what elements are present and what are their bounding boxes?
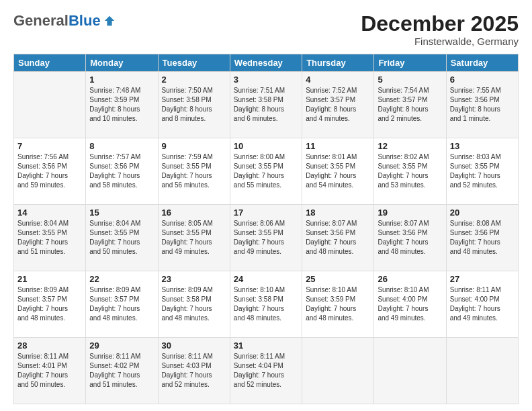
day-number: 6 <box>450 75 515 85</box>
cell-content: Sunrise: 8:11 AM Sunset: 4:01 PM Dayligh… <box>17 352 82 390</box>
cell-content: Sunrise: 8:09 AM Sunset: 3:57 PM Dayligh… <box>89 285 154 323</box>
cell-content: Sunrise: 7:50 AM Sunset: 3:58 PM Dayligh… <box>162 86 226 124</box>
day-number: 12 <box>378 141 442 151</box>
calendar-week-row: 21Sunrise: 8:09 AM Sunset: 3:57 PM Dayli… <box>14 271 519 338</box>
weekday-header: Thursday <box>302 54 374 72</box>
cell-content: Sunrise: 8:10 AM Sunset: 3:58 PM Dayligh… <box>234 285 298 323</box>
calendar-cell: 16Sunrise: 8:05 AM Sunset: 3:55 PM Dayli… <box>158 205 230 271</box>
weekday-header: Sunday <box>14 54 86 72</box>
day-number: 17 <box>234 208 298 218</box>
day-number: 19 <box>378 208 442 218</box>
cell-content: Sunrise: 7:54 AM Sunset: 3:57 PM Dayligh… <box>378 86 442 124</box>
weekday-header: Tuesday <box>158 54 230 72</box>
calendar-week-row: 28Sunrise: 8:11 AM Sunset: 4:01 PM Dayli… <box>14 338 519 404</box>
day-number: 29 <box>89 340 154 351</box>
calendar-cell: 2Sunrise: 7:50 AM Sunset: 3:58 PM Daylig… <box>158 72 230 138</box>
calendar-cell: 24Sunrise: 8:10 AM Sunset: 3:58 PM Dayli… <box>230 271 302 338</box>
day-number: 30 <box>162 340 226 351</box>
calendar-cell: 10Sunrise: 8:00 AM Sunset: 3:55 PM Dayli… <box>230 138 302 205</box>
day-number: 14 <box>17 208 82 218</box>
cell-content: Sunrise: 8:11 AM Sunset: 4:04 PM Dayligh… <box>234 352 298 390</box>
calendar-cell: 5Sunrise: 7:54 AM Sunset: 3:57 PM Daylig… <box>374 72 446 138</box>
cell-content: Sunrise: 7:56 AM Sunset: 3:56 PM Dayligh… <box>17 152 82 190</box>
cell-content: Sunrise: 7:59 AM Sunset: 3:55 PM Dayligh… <box>162 152 226 190</box>
calendar-cell <box>302 338 374 404</box>
calendar-cell: 31Sunrise: 8:11 AM Sunset: 4:04 PM Dayli… <box>230 338 302 404</box>
day-number: 2 <box>162 75 226 85</box>
cell-content: Sunrise: 8:01 AM Sunset: 3:55 PM Dayligh… <box>306 152 370 190</box>
calendar-cell: 17Sunrise: 8:06 AM Sunset: 3:55 PM Dayli… <box>230 205 302 271</box>
day-number: 13 <box>450 141 515 151</box>
calendar-cell: 30Sunrise: 8:11 AM Sunset: 4:03 PM Dayli… <box>158 338 230 404</box>
calendar-cell: 22Sunrise: 8:09 AM Sunset: 3:57 PM Dayli… <box>86 271 158 338</box>
title-block: December 2025 Finsterwalde, Germany <box>361 12 519 47</box>
weekday-header-row: SundayMondayTuesdayWednesdayThursdayFrid… <box>14 54 519 72</box>
calendar-cell: 11Sunrise: 8:01 AM Sunset: 3:55 PM Dayli… <box>302 138 374 205</box>
cell-content: Sunrise: 8:03 AM Sunset: 3:55 PM Dayligh… <box>450 152 515 190</box>
day-number: 24 <box>234 274 298 284</box>
day-number: 4 <box>306 75 370 85</box>
svg-marker-0 <box>104 16 114 26</box>
logo-icon <box>103 15 116 27</box>
calendar-cell: 21Sunrise: 8:09 AM Sunset: 3:57 PM Dayli… <box>14 271 86 338</box>
cell-content: Sunrise: 8:09 AM Sunset: 3:57 PM Dayligh… <box>17 285 82 323</box>
weekday-header: Monday <box>86 54 158 72</box>
calendar-cell: 20Sunrise: 8:08 AM Sunset: 3:56 PM Dayli… <box>446 205 518 271</box>
day-number: 9 <box>162 141 226 151</box>
day-number: 25 <box>306 274 370 284</box>
calendar-week-row: 1Sunrise: 7:48 AM Sunset: 3:59 PM Daylig… <box>14 72 519 138</box>
day-number: 21 <box>17 274 82 284</box>
weekday-header: Friday <box>374 54 446 72</box>
day-number: 16 <box>162 208 226 218</box>
cell-content: Sunrise: 8:00 AM Sunset: 3:55 PM Dayligh… <box>234 152 298 190</box>
cell-content: Sunrise: 8:10 AM Sunset: 4:00 PM Dayligh… <box>378 285 442 323</box>
calendar-cell: 28Sunrise: 8:11 AM Sunset: 4:01 PM Dayli… <box>14 338 86 404</box>
month-title: December 2025 <box>361 12 519 36</box>
day-number: 22 <box>89 274 154 284</box>
weekday-header: Wednesday <box>230 54 302 72</box>
day-number: 11 <box>306 141 370 151</box>
cell-content: Sunrise: 8:02 AM Sunset: 3:55 PM Dayligh… <box>378 152 442 190</box>
calendar-cell: 1Sunrise: 7:48 AM Sunset: 3:59 PM Daylig… <box>86 72 158 138</box>
day-number: 8 <box>89 141 154 151</box>
day-number: 3 <box>234 75 298 85</box>
calendar-cell: 13Sunrise: 8:03 AM Sunset: 3:55 PM Dayli… <box>446 138 518 205</box>
cell-content: Sunrise: 8:11 AM Sunset: 4:00 PM Dayligh… <box>450 285 515 323</box>
cell-content: Sunrise: 8:07 AM Sunset: 3:56 PM Dayligh… <box>378 219 442 257</box>
calendar-cell: 4Sunrise: 7:52 AM Sunset: 3:57 PM Daylig… <box>302 72 374 138</box>
cell-content: Sunrise: 8:08 AM Sunset: 3:56 PM Dayligh… <box>450 219 515 257</box>
calendar-cell <box>374 338 446 404</box>
calendar-cell: 25Sunrise: 8:10 AM Sunset: 3:59 PM Dayli… <box>302 271 374 338</box>
calendar-cell: 19Sunrise: 8:07 AM Sunset: 3:56 PM Dayli… <box>374 205 446 271</box>
cell-content: Sunrise: 7:57 AM Sunset: 3:56 PM Dayligh… <box>89 152 154 190</box>
calendar-cell: 14Sunrise: 8:04 AM Sunset: 3:55 PM Dayli… <box>14 205 86 271</box>
cell-content: Sunrise: 8:07 AM Sunset: 3:56 PM Dayligh… <box>306 219 370 257</box>
day-number: 18 <box>306 208 370 218</box>
cell-content: Sunrise: 8:09 AM Sunset: 3:58 PM Dayligh… <box>162 285 226 323</box>
day-number: 7 <box>17 141 82 151</box>
day-number: 28 <box>17 340 82 351</box>
page-header: GeneralBlue December 2025 Finsterwalde, … <box>13 12 519 47</box>
cell-content: Sunrise: 7:55 AM Sunset: 3:56 PM Dayligh… <box>450 86 515 124</box>
day-number: 5 <box>378 75 442 85</box>
day-number: 26 <box>378 274 442 284</box>
calendar-cell: 15Sunrise: 8:04 AM Sunset: 3:55 PM Dayli… <box>86 205 158 271</box>
cell-content: Sunrise: 8:04 AM Sunset: 3:55 PM Dayligh… <box>17 219 82 257</box>
calendar-cell: 7Sunrise: 7:56 AM Sunset: 3:56 PM Daylig… <box>14 138 86 205</box>
day-number: 23 <box>162 274 226 284</box>
calendar-week-row: 14Sunrise: 8:04 AM Sunset: 3:55 PM Dayli… <box>14 205 519 271</box>
day-number: 1 <box>89 75 154 85</box>
day-number: 27 <box>450 274 515 284</box>
calendar-cell: 29Sunrise: 8:11 AM Sunset: 4:02 PM Dayli… <box>86 338 158 404</box>
cell-content: Sunrise: 7:48 AM Sunset: 3:59 PM Dayligh… <box>89 86 154 124</box>
logo: GeneralBlue <box>13 12 116 30</box>
calendar-cell: 6Sunrise: 7:55 AM Sunset: 3:56 PM Daylig… <box>446 72 518 138</box>
calendar-table: SundayMondayTuesdayWednesdayThursdayFrid… <box>13 54 519 404</box>
calendar-page: GeneralBlue December 2025 Finsterwalde, … <box>0 0 532 411</box>
cell-content: Sunrise: 8:11 AM Sunset: 4:03 PM Dayligh… <box>162 352 226 390</box>
cell-content: Sunrise: 8:06 AM Sunset: 3:55 PM Dayligh… <box>234 219 298 257</box>
calendar-cell <box>446 338 518 404</box>
day-number: 31 <box>234 340 298 351</box>
calendar-cell: 23Sunrise: 8:09 AM Sunset: 3:58 PM Dayli… <box>158 271 230 338</box>
cell-content: Sunrise: 8:04 AM Sunset: 3:55 PM Dayligh… <box>89 219 154 257</box>
